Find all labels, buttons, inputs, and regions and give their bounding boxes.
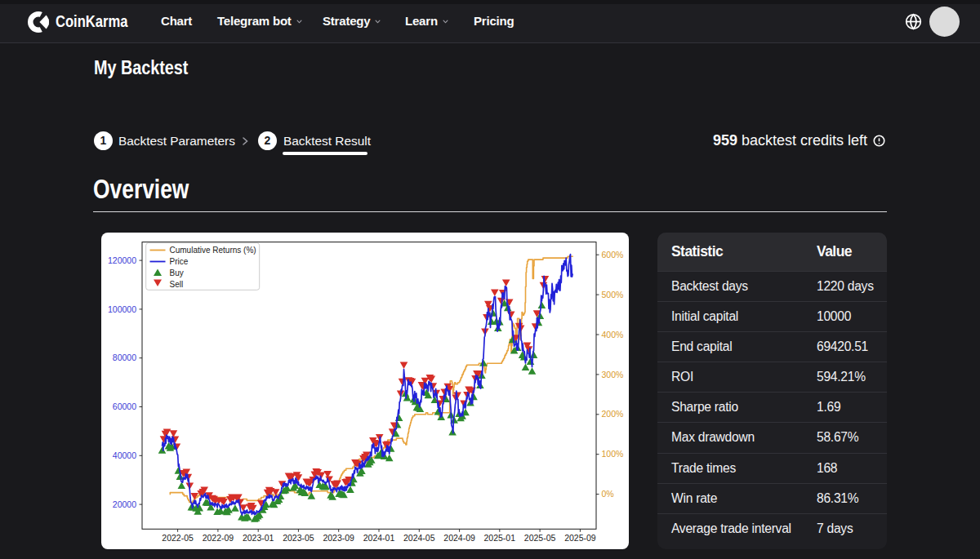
- svg-text:2025-05: 2025-05: [524, 533, 556, 543]
- svg-text:80000: 80000: [113, 353, 136, 362]
- svg-text:20000: 20000: [113, 499, 136, 509]
- svg-text:60000: 60000: [113, 402, 136, 411]
- svg-text:2023-09: 2023-09: [323, 533, 354, 543]
- svg-text:2022-05: 2022-05: [162, 533, 194, 543]
- svg-text:40000: 40000: [113, 450, 136, 460]
- svg-text:300%: 300%: [602, 370, 624, 379]
- svg-text:2024-05: 2024-05: [403, 533, 435, 543]
- svg-text:2023-01: 2023-01: [243, 533, 274, 543]
- svg-text:100%: 100%: [602, 449, 624, 459]
- svg-text:120000: 120000: [108, 255, 136, 265]
- svg-text:2024-09: 2024-09: [443, 533, 475, 543]
- svg-text:2023-05: 2023-05: [283, 533, 314, 543]
- svg-text:600%: 600%: [602, 250, 624, 260]
- svg-text:Price: Price: [170, 257, 189, 266]
- svg-text:Cumulative Returns (%): Cumulative Returns (%): [170, 246, 256, 255]
- svg-text:400%: 400%: [602, 330, 624, 339]
- svg-text:2022-09: 2022-09: [203, 533, 234, 543]
- svg-text:2024-01: 2024-01: [363, 533, 395, 543]
- svg-text:2025-09: 2025-09: [564, 533, 596, 543]
- svg-text:Buy: Buy: [170, 268, 184, 277]
- svg-text:Sell: Sell: [170, 280, 184, 289]
- svg-text:500%: 500%: [602, 290, 624, 299]
- svg-text:2025-01: 2025-01: [484, 533, 516, 543]
- svg-text:0%: 0%: [602, 489, 614, 499]
- svg-text:200%: 200%: [602, 409, 624, 419]
- svg-text:100000: 100000: [108, 304, 136, 314]
